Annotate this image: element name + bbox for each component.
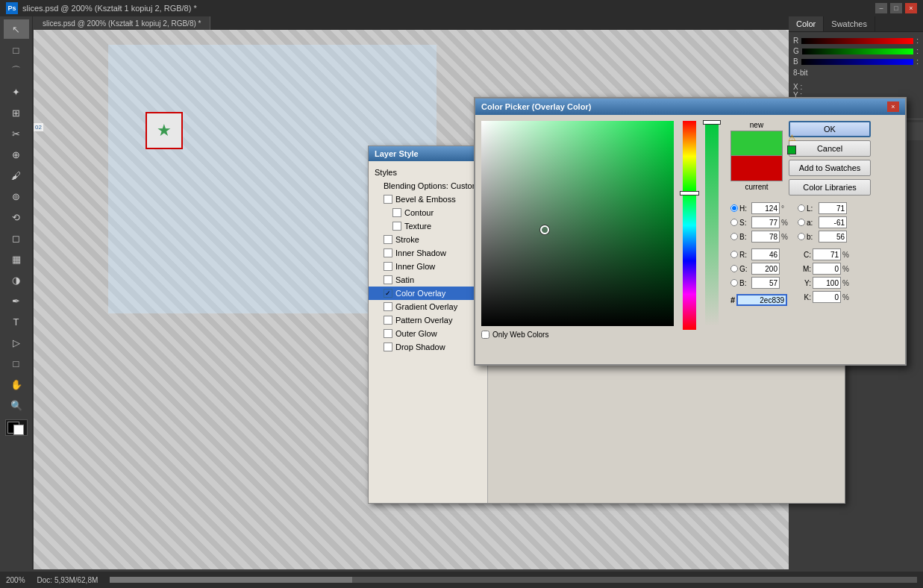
eraser-tool[interactable]: ◻ <box>4 228 29 248</box>
stroke-checkbox[interactable] <box>384 235 392 244</box>
inner-shadow-item[interactable]: Inner Shadow <box>369 246 487 260</box>
photoshop-window: Ps slices.psd @ 200% (Kształt 1 kopiuj 2… <box>0 0 923 588</box>
h-radio[interactable] <box>730 204 738 212</box>
window-controls: – □ × <box>875 3 917 13</box>
minimize-btn[interactable]: – <box>875 3 887 13</box>
path-tool[interactable]: ▷ <box>4 333 29 352</box>
bevel-checkbox[interactable] <box>384 195 392 204</box>
stroke-item[interactable]: Stroke <box>369 233 487 246</box>
clone-tool[interactable]: ⊚ <box>4 187 29 206</box>
contour-item[interactable]: Contour <box>369 206 487 219</box>
k-field-row: K: % <box>798 290 853 304</box>
texture-checkbox[interactable] <box>392 222 401 231</box>
slice-tool[interactable]: ✂ <box>4 124 29 143</box>
move-tool[interactable]: ↖ <box>4 19 29 39</box>
shape-tool[interactable]: □ <box>4 354 29 373</box>
alpha-slider[interactable] <box>705 121 719 326</box>
hash-symbol: # <box>730 295 735 304</box>
c-input[interactable] <box>813 248 841 260</box>
color-libraries-button[interactable]: Color Libraries <box>789 179 871 196</box>
drop-shadow-checkbox[interactable] <box>384 343 392 351</box>
satin-item[interactable]: Satin <box>369 273 487 287</box>
s-radio[interactable] <box>730 219 738 226</box>
panel-tab-bar: Color Swatches <box>789 16 923 32</box>
g-slider[interactable] <box>802 49 913 54</box>
r-input[interactable] <box>751 248 780 260</box>
g-radio[interactable] <box>730 265 738 272</box>
L-input[interactable] <box>819 202 847 214</box>
cancel-button[interactable]: Cancel <box>789 140 871 157</box>
b-lab-radio[interactable] <box>798 233 805 240</box>
L-radio[interactable] <box>798 204 805 212</box>
s-input[interactable] <box>751 216 780 228</box>
only-web-colors-checkbox[interactable] <box>481 331 489 339</box>
inner-glow-checkbox[interactable] <box>384 262 392 271</box>
outer-glow-item[interactable]: Outer Glow <box>369 327 487 340</box>
zoom-tool[interactable]: 🔍 <box>4 395 29 415</box>
a-radio[interactable] <box>798 219 805 226</box>
r-field-row: R: <box>730 248 792 261</box>
b2-input[interactable] <box>751 277 780 289</box>
r-label: R <box>793 37 798 45</box>
b-lab-input[interactable] <box>819 231 847 243</box>
pattern-overlay-item[interactable]: Pattern Overlay <box>369 313 487 327</box>
hex-input[interactable] <box>736 294 787 306</box>
magic-wand-tool[interactable]: ✦ <box>4 82 29 101</box>
color-picker-close-btn[interactable]: × <box>887 101 899 112</box>
b2-radio[interactable] <box>730 279 738 287</box>
lasso-tool[interactable]: ⌒ <box>4 61 29 81</box>
gradient-overlay-item[interactable]: Gradient Overlay <box>369 300 487 313</box>
g-input[interactable] <box>751 263 780 275</box>
gradient-tool[interactable]: ▦ <box>4 249 29 269</box>
outer-glow-checkbox[interactable] <box>384 329 392 338</box>
inner-glow-item[interactable]: Inner Glow <box>369 260 487 273</box>
pattern-overlay-checkbox[interactable] <box>384 316 392 325</box>
contour-checkbox[interactable] <box>392 208 401 217</box>
k-input[interactable] <box>813 291 841 303</box>
r-label-cp: R: <box>739 251 750 259</box>
b-lab-label: b: <box>807 233 817 241</box>
tab-color[interactable]: Color <box>789 16 824 31</box>
only-web-colors-label: Only Web Colors <box>492 331 548 339</box>
bevel-emboss-item[interactable]: Bevel & Emboss <box>369 193 487 206</box>
type-tool[interactable]: T <box>4 312 29 331</box>
crop-tool[interactable]: ⊞ <box>4 103 29 122</box>
satin-checkbox[interactable] <box>384 275 392 284</box>
b-radio[interactable] <box>730 233 738 240</box>
blending-options-item[interactable]: Blending Options: Custom <box>369 179 487 193</box>
dodge-tool[interactable]: ◑ <box>4 270 29 290</box>
select-tool[interactable]: □ <box>4 40 29 60</box>
web-colors-row: Only Web Colors <box>481 331 674 339</box>
r-radio[interactable] <box>730 251 738 258</box>
doc-tab[interactable]: slices.psd @ 200% (Kształt 1 kopiuj 2, R… <box>34 16 210 30</box>
tab-swatches[interactable]: Swatches <box>824 16 875 31</box>
y-input[interactable] <box>813 277 841 289</box>
m-input[interactable] <box>813 263 841 275</box>
a-input[interactable] <box>819 216 847 228</box>
color-overlay-item[interactable]: Color Overlay <box>369 287 487 300</box>
color-overlay-checkbox[interactable] <box>384 289 392 298</box>
history-tool[interactable]: ⟲ <box>4 207 29 227</box>
add-to-swatches-button[interactable]: Add to Swatches <box>789 160 871 176</box>
color-gradient-field[interactable] <box>481 121 674 326</box>
hand-tool[interactable]: ✋ <box>4 375 29 394</box>
hue-slider[interactable] <box>683 121 696 330</box>
pen-tool[interactable]: ✒ <box>4 291 29 310</box>
brush-tool[interactable]: 🖌 <box>4 166 29 185</box>
gradient-overlay-checkbox[interactable] <box>384 302 392 311</box>
close-btn[interactable]: × <box>905 3 917 13</box>
drop-shadow-item[interactable]: Drop Shadow <box>369 340 487 354</box>
maximize-btn[interactable]: □ <box>890 3 902 13</box>
r-slider[interactable] <box>801 38 913 44</box>
foreground-background-color[interactable] <box>5 419 28 436</box>
current-color-box <box>730 156 783 181</box>
selected-element: ★ <box>146 112 183 149</box>
inner-shadow-checkbox[interactable] <box>384 248 392 257</box>
b-slider[interactable] <box>801 59 914 65</box>
texture-item[interactable]: Texture <box>369 219 487 233</box>
g-value: : <box>916 47 919 55</box>
ok-button[interactable]: OK <box>789 121 871 137</box>
b-input[interactable] <box>751 231 780 243</box>
h-input[interactable] <box>751 202 780 214</box>
healing-tool[interactable]: ⊕ <box>4 145 29 164</box>
